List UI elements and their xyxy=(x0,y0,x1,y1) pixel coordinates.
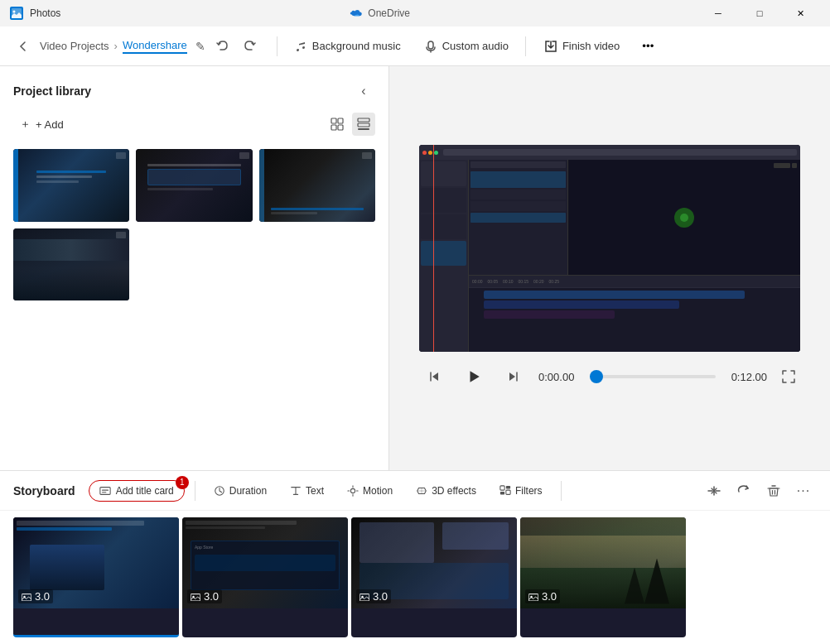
finish-video-button[interactable]: Finish video xyxy=(533,35,631,58)
undo-button[interactable] xyxy=(209,33,235,60)
more-icon: ••• xyxy=(642,40,654,52)
image-icon-3 xyxy=(360,593,369,601)
skip-back-icon xyxy=(427,370,441,383)
storyboard-sep-2 xyxy=(561,481,562,501)
svg-rect-5 xyxy=(331,118,336,123)
video-preview: 00:0000:0500:1000:1500:2000:25 xyxy=(419,145,800,352)
text-button[interactable]: Text xyxy=(282,481,332,501)
svg-rect-11 xyxy=(358,128,369,130)
window-controls: ─ □ ✕ xyxy=(699,0,820,26)
storyboard-item-2[interactable]: App Store 3.0 xyxy=(182,517,348,637)
svg-rect-7 xyxy=(331,125,336,130)
custom-audio-button[interactable]: Custom audio xyxy=(414,35,519,58)
breadcrumb: Video Projects › Wondershare ✎ xyxy=(40,39,205,54)
breadcrumb-current: Wondershare xyxy=(123,39,187,54)
storyboard-thumb-4: 3.0 xyxy=(520,517,686,608)
add-title-card-button[interactable]: Add title card 1 xyxy=(89,480,185,502)
skip-back-button[interactable] xyxy=(419,362,449,392)
custom-audio-label: Custom audio xyxy=(442,40,509,52)
edit-title-icon[interactable]: ✎ xyxy=(195,40,205,53)
notification-badge: 1 xyxy=(176,476,189,489)
app-title: Photos xyxy=(30,7,60,19)
undo-icon xyxy=(215,40,229,53)
media-thumb-2[interactable] xyxy=(136,149,252,222)
maximize-button[interactable]: □ xyxy=(741,0,779,26)
effects-button[interactable]: 3D effects xyxy=(408,481,485,501)
storyboard-toolbar: Storyboard Add title card 1 Duration xyxy=(0,471,830,511)
media-thumb-4[interactable] xyxy=(13,228,129,301)
minimize-button[interactable]: ─ xyxy=(699,0,737,26)
collapse-panel-button[interactable]: ‹ xyxy=(352,79,375,103)
finish-video-label: Finish video xyxy=(562,40,620,52)
svg-rect-3 xyxy=(428,41,433,49)
filters-label: Filters xyxy=(515,485,543,497)
storyboard-label: Storyboard xyxy=(13,484,75,497)
fullscreen-icon xyxy=(782,370,795,383)
storyboard-items: 3.0 App Store xyxy=(0,511,830,644)
skip-forward-button[interactable] xyxy=(499,362,528,392)
play-button[interactable] xyxy=(459,362,489,392)
badge-count: 1 xyxy=(180,478,185,487)
rotate-button[interactable] xyxy=(731,478,757,504)
filters-button[interactable]: Filters xyxy=(491,481,551,501)
scrubber[interactable] xyxy=(594,368,716,385)
storyboard-thumb-2: App Store 3.0 xyxy=(182,517,348,608)
item-3-duration: 3.0 xyxy=(356,589,391,603)
media-thumb-1[interactable] xyxy=(13,149,129,222)
duration-button[interactable]: Duration xyxy=(205,481,275,501)
grid-view-button[interactable] xyxy=(326,113,349,136)
effects-label: 3D effects xyxy=(432,485,476,497)
close-button[interactable]: ✕ xyxy=(782,0,820,26)
scrubber-thumb[interactable] xyxy=(590,370,603,383)
item-2-duration: 3.0 xyxy=(187,589,222,603)
storyboard-item-3[interactable]: 3.0 xyxy=(351,517,517,637)
text-icon xyxy=(290,485,302,497)
item-1-duration: 3.0 xyxy=(18,589,53,603)
storyboard-item-4[interactable]: 3.0 xyxy=(520,517,686,637)
audio-icon xyxy=(424,40,437,53)
storyboard-item-1[interactable]: 3.0 xyxy=(13,517,179,637)
fullscreen-button[interactable] xyxy=(777,365,800,388)
more-options-button[interactable]: ••• xyxy=(635,33,661,60)
titlebar-left: Photos xyxy=(10,7,60,20)
split-button[interactable] xyxy=(701,478,727,504)
svg-rect-6 xyxy=(338,118,343,123)
photos-app-icon xyxy=(10,7,23,20)
media-grid xyxy=(0,142,388,307)
background-music-button[interactable]: Background music xyxy=(284,35,411,58)
playback-controls: 0:00.00 0:12.00 xyxy=(419,362,800,392)
storyboard-more-button[interactable]: ··· xyxy=(790,478,817,504)
play-icon xyxy=(466,369,481,384)
current-time: 0:00.00 xyxy=(538,371,584,383)
motion-label: Motion xyxy=(363,485,393,497)
svg-rect-12 xyxy=(100,487,110,494)
item-4-duration: 3.0 xyxy=(525,589,560,603)
add-title-card-label: Add title card xyxy=(116,485,174,497)
back-icon xyxy=(17,40,30,53)
svg-rect-19 xyxy=(500,491,504,494)
toolbar-sep-1 xyxy=(277,36,277,56)
export-icon xyxy=(544,40,557,53)
scrubber-track[interactable] xyxy=(594,375,716,378)
compact-view-button[interactable] xyxy=(352,113,375,136)
breadcrumb-parent[interactable]: Video Projects xyxy=(40,40,109,52)
add-label: + Add xyxy=(36,118,64,131)
storyboard-thumb-1: 3.0 xyxy=(13,517,179,608)
svg-rect-17 xyxy=(500,485,504,489)
storyboard: Storyboard Add title card 1 Duration xyxy=(0,470,830,644)
project-library-panel: Project library ‹ ＋ + Add xyxy=(0,66,389,470)
panel-title: Project library xyxy=(13,84,91,98)
skip-forward-icon xyxy=(507,370,520,383)
svg-rect-10 xyxy=(358,123,369,127)
toolbar-sep-2 xyxy=(525,36,526,56)
back-button[interactable] xyxy=(10,33,36,60)
compact-view-icon xyxy=(357,118,370,131)
add-media-button[interactable]: ＋ + Add xyxy=(13,113,70,135)
svg-point-2 xyxy=(13,11,16,13)
redo-button[interactable] xyxy=(237,33,263,60)
filters-icon xyxy=(499,485,511,497)
media-thumb-3[interactable] xyxy=(259,149,375,222)
motion-button[interactable]: Motion xyxy=(339,481,401,501)
delete-button[interactable] xyxy=(760,478,787,504)
main-content: Project library ‹ ＋ + Add xyxy=(0,66,830,470)
